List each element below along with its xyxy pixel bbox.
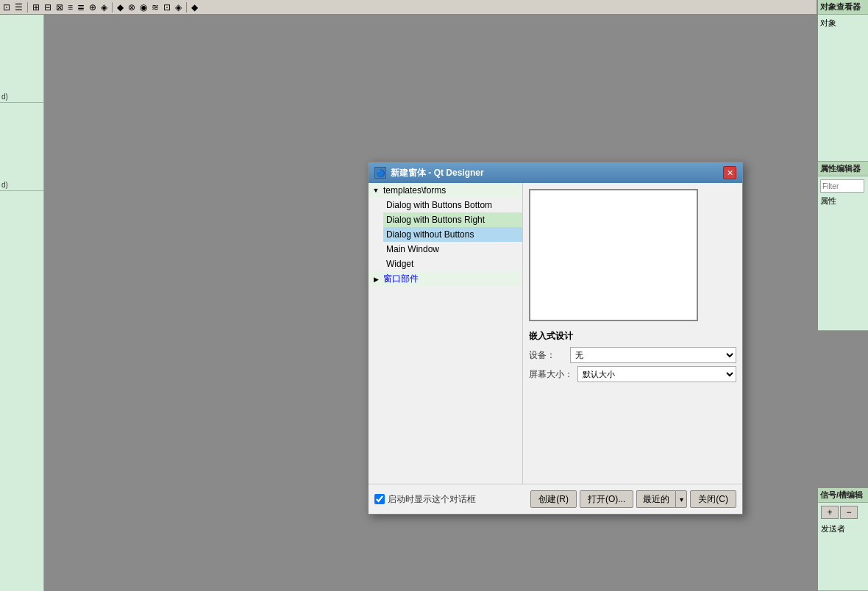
screen-label: 屏幕大小： (529, 368, 573, 381)
signal-editor-panel: 信号/槽编辑 + − 发送者 (818, 488, 868, 591)
left-panel-item-label-2: d) (1, 181, 8, 189)
toolbar-icon-16[interactable]: ◆ (191, 2, 198, 12)
toolbar-icon-4[interactable]: ⊟ (44, 2, 51, 12)
device-form-row: 设备： 无 (529, 347, 736, 363)
signal-buttons: + − (818, 503, 868, 522)
toolbar-icon-7[interactable]: ≣ (77, 2, 85, 12)
toolbar-icon-9[interactable]: ◈ (101, 2, 107, 12)
toolbar-icon-15[interactable]: ◈ (175, 2, 182, 12)
tree-item-widgets[interactable]: ▶ 窗口部件 (369, 271, 522, 287)
toolbar-separator-1 (27, 2, 28, 12)
tree-item-widget-label: Widget (386, 259, 413, 269)
device-label: 设备： (529, 349, 566, 362)
toolbar-icon-1[interactable]: ⊡ (3, 2, 10, 12)
tree-root-label: templates\forms (383, 185, 446, 196)
tree-item-root[interactable]: ▼ templates\forms (369, 183, 522, 198)
tree-children-root: Dialog with Buttons Bottom Dialog with B… (369, 198, 522, 271)
tree-empty-area (369, 287, 522, 484)
tree-expand-icon-root: ▼ (371, 186, 380, 195)
dialog-titlebar: 🔵 新建窗体 - Qt Designer ✕ (369, 162, 742, 183)
screen-form-row: 屏幕大小： 默认大小 (529, 366, 736, 382)
toolbar-icon-6[interactable]: ≡ (68, 2, 73, 12)
tree-item-main-window[interactable]: Main Window (383, 242, 522, 257)
property-label: 属性 (820, 194, 866, 208)
startup-checkbox-label: 启动时显示这个对话框 (388, 493, 527, 506)
tree-item-dialog-bottom[interactable]: Dialog with Buttons Bottom (383, 198, 522, 212)
toolbar-icon-3[interactable]: ⊞ (32, 2, 40, 12)
property-editor-content: 属性 (818, 176, 868, 209)
recent-dropdown-arrow[interactable]: ▾ (675, 490, 687, 508)
tree-widgets-label: 窗口部件 (383, 273, 419, 285)
tree-item-widget[interactable]: Widget (383, 257, 522, 271)
toolbar-icon-2[interactable]: ☰ (15, 2, 23, 12)
dialog-title-area: 🔵 新建窗体 - Qt Designer (374, 167, 484, 179)
tree-expand-icon-widgets: ▶ (371, 275, 380, 284)
property-editor-title: 属性编辑器 (818, 162, 868, 176)
embedded-design-section: 嵌入式设计 设备： 无 屏幕大小： 默认大小 (529, 330, 736, 385)
toolbar-separator-2 (112, 2, 113, 12)
toolbar-icon-8[interactable]: ⊕ (89, 2, 96, 12)
tree-item-dialog-no-buttons[interactable]: Dialog without Buttons (383, 227, 522, 242)
create-button[interactable]: 创建(R) (530, 490, 577, 508)
signal-sender-label: 发送者 (818, 522, 868, 536)
tree-item-dialog-bottom-label: Dialog with Buttons Bottom (386, 200, 492, 210)
left-panel: d) d) (0, 15, 44, 591)
device-select[interactable]: 无 (570, 347, 736, 363)
dialog-tree-panel: ▼ templates\forms Dialog with Buttons Bo… (369, 183, 523, 484)
signal-editor-title: 信号/槽编辑 (818, 488, 868, 503)
object-inspector-label: 对象 (820, 16, 866, 30)
recent-button-group: 最近的 ▾ (636, 490, 687, 508)
object-inspector-panel: 对象查看器 对象 (818, 0, 868, 162)
dialog-close-button[interactable]: ✕ (723, 166, 736, 179)
toolbar-icon-10[interactable]: ◆ (117, 2, 124, 12)
preview-box (529, 189, 698, 321)
new-form-dialog: 🔵 新建窗体 - Qt Designer ✕ ▼ templates\forms… (368, 162, 743, 515)
signal-add-button[interactable]: + (821, 506, 839, 519)
tree-item-dialog-right-label: Dialog with Buttons Right (386, 215, 485, 225)
toolbar-icon-13[interactable]: ≋ (152, 2, 159, 12)
dialog-right-panel: 嵌入式设计 设备： 无 屏幕大小： 默认大小 (523, 183, 742, 484)
toolbar-icon-5[interactable]: ⊠ (56, 2, 63, 12)
property-editor-panel: 属性编辑器 属性 (818, 162, 868, 331)
property-filter-input[interactable] (820, 179, 864, 193)
recent-button[interactable]: 最近的 (636, 490, 675, 508)
tree-item-dialog-no-buttons-label: Dialog without Buttons (386, 229, 474, 240)
left-panel-item-1: d) (0, 15, 43, 103)
object-inspector-title: 对象查看器 (818, 0, 868, 15)
object-inspector-content: 对象 (818, 15, 868, 32)
toolbar-icon-11[interactable]: ⊗ (128, 2, 135, 12)
left-panel-item-2: d) (0, 103, 43, 191)
footer-buttons: 创建(R) 打开(O)... 最近的 ▾ 关闭(C) (530, 490, 736, 508)
embedded-design-title: 嵌入式设计 (529, 330, 736, 343)
dialog-body: ▼ templates\forms Dialog with Buttons Bo… (369, 183, 742, 484)
toolbar-icon-12[interactable]: ◉ (140, 2, 147, 12)
startup-checkbox[interactable] (374, 494, 385, 504)
side-panels-container: 对象查看器 对象 属性编辑器 属性 信号/槽编辑 + − 发送者 (818, 0, 868, 591)
open-button[interactable]: 打开(O)... (580, 490, 633, 508)
left-panel-item-label-1: d) (1, 93, 8, 101)
toolbar-icon-14[interactable]: ⊡ (163, 2, 171, 12)
tree-item-main-window-label: Main Window (386, 244, 439, 254)
toolbar-separator-3 (186, 2, 187, 12)
toolbar: ⊡ ☰ ⊞ ⊟ ⊠ ≡ ≣ ⊕ ◈ ◆ ⊗ ◉ ≋ ⊡ ◈ ◆ (0, 0, 817, 15)
close-button[interactable]: 关闭(C) (690, 490, 736, 508)
dialog-footer: 启动时显示这个对话框 创建(R) 打开(O)... 最近的 ▾ 关闭(C) (369, 484, 742, 514)
signal-remove-button[interactable]: − (840, 506, 858, 519)
dialog-title-icon: 🔵 (374, 167, 386, 179)
tree-item-dialog-right[interactable]: Dialog with Buttons Right (383, 212, 522, 227)
screen-select[interactable]: 默认大小 (577, 366, 736, 382)
dialog-title-text: 新建窗体 - Qt Designer (391, 167, 484, 179)
